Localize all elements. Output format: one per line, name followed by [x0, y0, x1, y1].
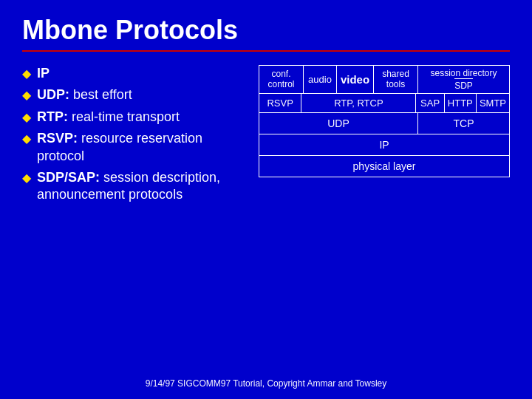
bullet-icon: ◆ — [22, 110, 31, 126]
bullet-list: ◆ IP ◆ UDP: best effort ◆ RTP: real-time… — [22, 65, 244, 374]
list-item: ◆ IP — [22, 65, 244, 82]
cell-session-directory: session directory SDP — [418, 66, 509, 93]
bullet-text-rsvp: RSVP: resource reservation protocol — [37, 130, 244, 165]
cell-udp: UDP — [259, 113, 418, 134]
slide: Mbone Protocols ◆ IP ◆ UDP: best effort … — [0, 0, 532, 399]
diagram-row-4: IP — [259, 134, 509, 156]
diagram-row-3: UDP TCP — [259, 113, 509, 134]
term-rtp: RTP: — [37, 109, 68, 124]
cell-tcp: TCP — [418, 113, 509, 134]
cell-rtp-rtcp: RTP, RTCP — [301, 94, 416, 112]
slide-footer: 9/14/97 SIGCOMM97 Tutorial, Copyright Am… — [22, 374, 510, 392]
term-udp: UDP: — [37, 87, 69, 102]
list-item: ◆ UDP: best effort — [22, 86, 244, 103]
protocol-stack-table: conf. control audio video shared tools s… — [259, 65, 510, 177]
bullet-text-rtp: RTP: real-time transport — [37, 109, 244, 126]
cell-sap: SAP — [416, 94, 444, 112]
cell-http: HTTP — [445, 94, 477, 112]
cell-video: video — [337, 66, 374, 93]
bullet-icon: ◆ — [22, 66, 31, 82]
cell-smtp: SMTP — [477, 94, 509, 112]
bullet-icon: ◆ — [22, 88, 31, 103]
protocol-diagram: conf. control audio video shared tools s… — [259, 65, 510, 374]
slide-title: Mbone Protocols — [22, 15, 510, 52]
diagram-row-5: physical layer — [259, 156, 509, 177]
bullet-text-sdp: SDP/SAP: session description, announceme… — [37, 169, 244, 204]
bullet-icon: ◆ — [22, 171, 31, 186]
cell-audio: audio — [304, 66, 337, 93]
diagram-row-1: conf. control audio video shared tools s… — [259, 66, 509, 94]
cell-rsvp: RSVP — [259, 94, 301, 112]
cell-shared-tools: shared tools — [374, 66, 418, 93]
cell-ip: IP — [259, 134, 509, 155]
diagram-row-2: RSVP RTP, RTCP SAP HTTP SMTP — [259, 94, 509, 113]
cell-physical: physical layer — [259, 156, 509, 177]
list-item: ◆ RTP: real-time transport — [22, 109, 244, 126]
cell-conf-control: conf. control — [259, 66, 304, 93]
term-ip: IP — [37, 66, 50, 81]
term-sdp: SDP/SAP: — [37, 170, 100, 185]
list-item: ◆ RSVP: resource reservation protocol — [22, 130, 244, 165]
content-area: ◆ IP ◆ UDP: best effort ◆ RTP: real-time… — [22, 65, 510, 374]
list-item: ◆ SDP/SAP: session description, announce… — [22, 169, 244, 204]
bullet-icon: ◆ — [22, 132, 31, 147]
bullet-text-udp: UDP: best effort — [37, 86, 244, 103]
term-rsvp: RSVP: — [37, 131, 78, 146]
bullet-text-ip: IP — [37, 65, 244, 82]
